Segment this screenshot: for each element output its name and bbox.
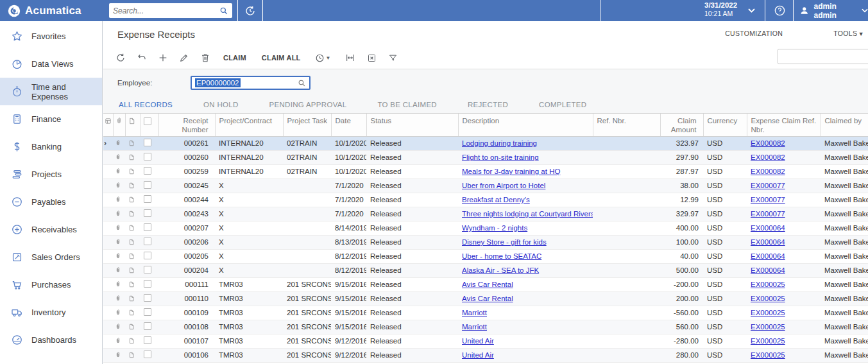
notes-icon[interactable] (128, 252, 135, 260)
column-header-description[interactable]: Description (458, 114, 593, 136)
sidebar-item-payables[interactable]: Payables (0, 188, 102, 216)
lookup-icon[interactable] (298, 79, 306, 87)
paperclip-icon[interactable] (115, 224, 121, 232)
row-checkbox[interactable] (144, 238, 151, 245)
notes-icon[interactable] (128, 153, 135, 161)
notes-icon[interactable] (128, 323, 135, 331)
paperclip-icon[interactable] (115, 238, 121, 246)
description-link[interactable]: Meals for 3-day training at HQ (462, 168, 560, 175)
paperclip-icon[interactable] (115, 295, 121, 302)
sidebar-item-receivables[interactable]: Receivables (0, 216, 102, 243)
table-row[interactable]: › 000243 X 7/1/2020 Released Three night… (103, 207, 868, 221)
column-header-status[interactable]: Status (366, 114, 458, 136)
row-checkbox[interactable] (144, 308, 151, 316)
claim-all-button[interactable]: CLAIM ALL (254, 49, 309, 67)
select-all-checkbox[interactable] (144, 117, 151, 125)
sidebar-item-banking[interactable]: Banking (0, 133, 102, 160)
user-menu[interactable]: admin admin (799, 0, 868, 21)
expense-claim-link[interactable]: EX000077 (751, 210, 785, 218)
sidebar-item-purchases[interactable]: Purchases (0, 271, 102, 299)
undo-button[interactable] (131, 49, 152, 67)
description-link[interactable]: United Air (462, 351, 494, 359)
grid-search-box[interactable] (778, 49, 868, 64)
description-link[interactable]: Wyndham - 2 nights (462, 224, 527, 232)
sidebar-item-data-views[interactable]: Data Views (0, 50, 102, 78)
description-link[interactable]: Breakfast at Denny's (462, 196, 530, 204)
refresh-button[interactable] (110, 49, 131, 67)
row-checkbox[interactable] (144, 322, 151, 330)
business-date[interactable]: 3/31/2022 10:21 AM (704, 1, 744, 17)
column-header-currency[interactable]: Currency (703, 114, 747, 136)
table-row[interactable]: › 000204 X 8/12/2019 Released Alaska Air… (103, 263, 868, 277)
paperclip-icon[interactable] (115, 153, 121, 161)
paperclip-icon[interactable] (115, 139, 121, 147)
sidebar-item-inventory[interactable]: Inventory (0, 299, 102, 326)
sidebar-item-sales-orders[interactable]: Sales Orders (0, 243, 102, 271)
description-link[interactable]: Flight to on-site training (462, 153, 539, 161)
sidebar-item-dashboards[interactable]: Dashboards (0, 326, 102, 354)
table-row[interactable]: › 000206 X 8/13/2019 Released Disney Sto… (103, 235, 868, 249)
row-checkbox[interactable] (144, 336, 151, 344)
expense-claim-link[interactable]: EX000025 (751, 309, 785, 316)
notes-icon[interactable] (128, 168, 135, 175)
expense-claim-link[interactable]: EX000064 (751, 266, 785, 274)
column-header-receipt-number[interactable]: Receipt Number (158, 114, 215, 136)
table-row[interactable]: › 000107 TMR03 201 SRCONS 9/12/2016 Rele… (103, 334, 868, 348)
description-link[interactable]: Lodging during training (462, 139, 537, 147)
sidebar-item-projects[interactable]: Projects (0, 160, 102, 188)
schedule-dropdown-button[interactable]: ▼ (312, 49, 334, 67)
notes-icon[interactable] (128, 117, 135, 125)
notes-icon[interactable] (128, 210, 135, 218)
expense-claim-link[interactable]: EX000064 (751, 238, 785, 246)
notes-icon[interactable] (128, 238, 135, 246)
description-link[interactable]: Marriott (462, 323, 487, 331)
date-chevron-down-icon[interactable] (748, 8, 755, 13)
row-checkbox[interactable] (144, 280, 151, 288)
row-checkbox[interactable] (144, 351, 151, 358)
tab-to-be-claimed[interactable]: TO BE CLAIMED (376, 97, 438, 115)
fit-width-button[interactable] (340, 49, 361, 67)
row-checkbox[interactable] (144, 139, 151, 146)
expense-claim-link[interactable]: EX000025 (751, 295, 785, 302)
column-header-project-task[interactable]: Project Task (283, 114, 331, 136)
description-link[interactable]: Marriott (462, 309, 487, 316)
table-row[interactable]: › 000205 X 8/12/2019 Released Uber - hom… (103, 249, 868, 263)
description-link[interactable]: Three nights lodging at Courtyard Rivers… (462, 210, 593, 218)
paperclip-icon[interactable] (115, 351, 121, 359)
row-checkbox[interactable] (144, 195, 151, 203)
row-checkbox[interactable] (144, 252, 151, 259)
paperclip-icon[interactable] (115, 182, 121, 189)
claim-button[interactable]: CLAIM (216, 49, 254, 67)
expense-claim-link[interactable]: EX000025 (751, 351, 785, 359)
notes-icon[interactable] (128, 224, 135, 232)
delete-button[interactable] (194, 49, 216, 67)
tab-completed[interactable]: COMPLETED (538, 97, 588, 115)
export-to-excel-button[interactable] (361, 49, 382, 67)
expense-claim-link[interactable]: EX000082 (751, 168, 785, 175)
employee-field[interactable]: EP00000002 (191, 76, 311, 90)
column-header-claim-amount[interactable]: Claim Amount (660, 114, 703, 136)
sidebar-item-time-and-expenses[interactable]: Time and Expenses (0, 78, 102, 105)
table-row[interactable]: › 000110 TMR03 201 SRCONS 9/15/2016 Rele… (103, 291, 868, 306)
row-checkbox[interactable] (144, 181, 151, 189)
column-header-project-contract[interactable]: Project/Contract (215, 114, 283, 136)
description-link[interactable]: Disney Store - gift for kids (462, 238, 547, 246)
tab-pending-approval[interactable]: PENDING APPROVAL (268, 97, 348, 115)
paperclip-icon[interactable] (115, 252, 121, 260)
description-link[interactable]: United Air (462, 337, 494, 345)
customization-link[interactable]: CUSTOMIZATION (725, 30, 783, 37)
description-link[interactable]: Avis Car Rental (462, 295, 513, 302)
column-header-date[interactable]: Date (331, 114, 366, 136)
column-header-ref-nbr[interactable]: Ref. Nbr. (593, 114, 660, 136)
edit-button[interactable] (173, 49, 194, 67)
expense-claim-link[interactable]: EX000082 (751, 153, 785, 161)
paperclip-icon[interactable] (115, 210, 121, 218)
tools-link[interactable]: TOOLS ▾ (809, 30, 863, 37)
row-checkbox[interactable] (144, 167, 151, 175)
description-link[interactable]: Uber - home to SEATAC (462, 252, 541, 260)
table-row[interactable]: › 000261 INTERNAL20 02TRAIN 10/1/2020 Re… (103, 136, 868, 150)
row-checkbox[interactable] (144, 223, 151, 231)
global-search-input[interactable] (113, 6, 219, 15)
notes-icon[interactable] (128, 281, 135, 288)
paperclip-icon[interactable] (115, 309, 121, 316)
